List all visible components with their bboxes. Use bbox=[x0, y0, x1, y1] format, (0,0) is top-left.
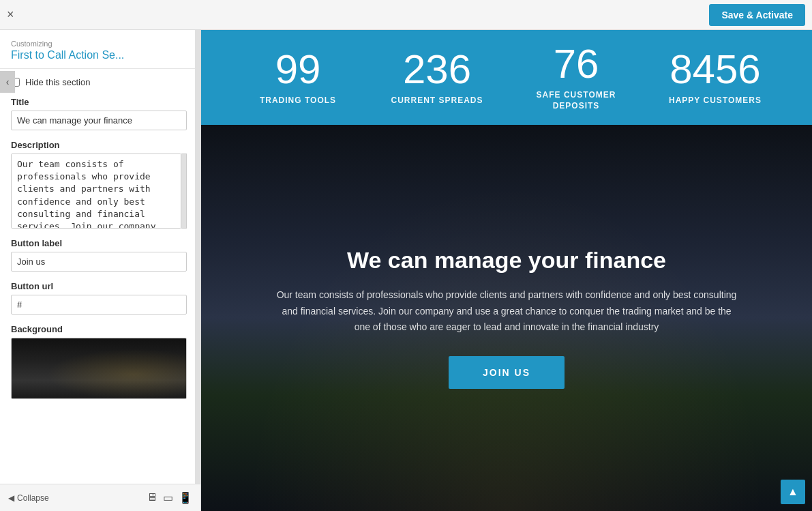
stat-label-trading-tools: TRADING TOOLS bbox=[228, 96, 367, 106]
stat-happy-customers: 8456 HAPPY CUSTOMERS bbox=[646, 49, 785, 106]
sidebar-content: Hide this section Title Description Our … bbox=[0, 69, 200, 484]
title-input[interactable] bbox=[11, 111, 187, 130]
stat-number-current-spreads: 236 bbox=[367, 49, 507, 90]
hero-title: We can manage your finance bbox=[275, 247, 738, 274]
hero-content: We can manage your finance Our team cons… bbox=[275, 247, 738, 389]
button-label-input[interactable] bbox=[11, 252, 187, 272]
stat-current-spreads: 236 CURRENT SPREADS bbox=[367, 49, 507, 106]
stats-bar: 99 TRADING TOOLS 236 CURRENT SPREADS 76 … bbox=[201, 30, 812, 125]
desktop-icon[interactable]: 🖥 bbox=[147, 491, 157, 504]
sidebar-bottom: ◀ Collapse 🖥 ▭ 📱 bbox=[0, 484, 200, 511]
tablet-icon[interactable]: ▭ bbox=[163, 491, 173, 504]
stat-label-safe-deposits: SAFE CUSTOMERDEPOSITS bbox=[507, 90, 646, 111]
hero-section: We can manage your finance Our team cons… bbox=[201, 125, 812, 511]
customizing-label: Customizing bbox=[11, 40, 190, 48]
stat-number-safe-deposits: 76 bbox=[507, 44, 646, 85]
description-label: Description bbox=[11, 140, 187, 150]
title-field-group: Title bbox=[11, 97, 187, 130]
background-preview[interactable] bbox=[11, 338, 187, 399]
sidebar-scrollbar[interactable] bbox=[195, 30, 200, 484]
description-textarea-wrap: Our team consists of professionals who p… bbox=[11, 154, 187, 229]
device-icons: 🖥 ▭ 📱 bbox=[147, 491, 192, 504]
background-field-group: Background bbox=[11, 324, 187, 399]
section-title-label: First to Call Action Se... bbox=[11, 49, 190, 61]
button-url-input[interactable] bbox=[11, 295, 187, 315]
hide-section-row: Hide this section bbox=[11, 77, 187, 87]
title-label: Title bbox=[11, 97, 187, 107]
description-field-group: Description Our team consists of profess… bbox=[11, 140, 187, 229]
collapse-left-icon: ◀ bbox=[8, 493, 14, 503]
collapse-label: Collapse bbox=[17, 493, 49, 503]
sidebar: Customizing First to Call Action Se... ‹… bbox=[0, 30, 201, 511]
textarea-scrollbar[interactable] bbox=[181, 154, 187, 229]
hero-join-button[interactable]: JOIN US bbox=[449, 356, 565, 389]
mobile-icon[interactable]: 📱 bbox=[179, 491, 192, 504]
save-activate-button[interactable]: Save & Activate bbox=[709, 4, 805, 26]
close-icon[interactable]: × bbox=[7, 8, 14, 22]
stat-number-trading-tools: 99 bbox=[228, 49, 367, 90]
button-label-field-group: Button label bbox=[11, 238, 187, 272]
preview-area: 99 TRADING TOOLS 236 CURRENT SPREADS 76 … bbox=[201, 30, 812, 511]
stat-safe-deposits: 76 SAFE CUSTOMERDEPOSITS bbox=[507, 44, 646, 111]
back-button[interactable]: ‹ bbox=[0, 71, 15, 93]
hero-description: Our team consists of professionals who p… bbox=[275, 287, 738, 336]
stat-label-happy-customers: HAPPY CUSTOMERS bbox=[646, 96, 785, 106]
button-url-field-group: Button url bbox=[11, 281, 187, 315]
stat-trading-tools: 99 TRADING TOOLS bbox=[228, 49, 367, 106]
background-preview-image bbox=[12, 338, 186, 398]
hide-section-label: Hide this section bbox=[25, 77, 90, 87]
sidebar-header: Customizing First to Call Action Se... bbox=[0, 30, 200, 69]
description-textarea[interactable]: Our team consists of professionals who p… bbox=[11, 154, 181, 229]
scroll-top-button[interactable]: ▲ bbox=[781, 480, 805, 504]
background-label: Background bbox=[11, 324, 187, 334]
top-bar: × Save & Activate bbox=[0, 0, 812, 30]
main-layout: Customizing First to Call Action Se... ‹… bbox=[0, 30, 812, 511]
stat-label-current-spreads: CURRENT SPREADS bbox=[367, 96, 507, 106]
collapse-button[interactable]: ◀ Collapse bbox=[8, 493, 49, 503]
button-url-label: Button url bbox=[11, 281, 187, 291]
stat-number-happy-customers: 8456 bbox=[646, 49, 785, 90]
button-label-label: Button label bbox=[11, 238, 187, 248]
